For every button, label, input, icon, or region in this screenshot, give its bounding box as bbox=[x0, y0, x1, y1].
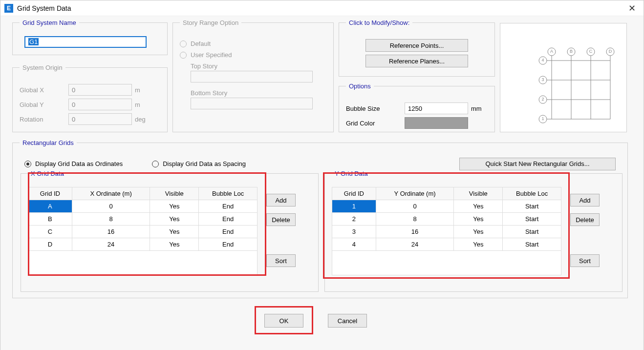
label-global-y: Global Y bbox=[20, 101, 68, 108]
svg-text:4: 4 bbox=[541, 58, 544, 62]
label-default: Default bbox=[191, 40, 211, 47]
label-global-x: Global X bbox=[20, 86, 68, 94]
label-top-story: Top Story bbox=[191, 62, 326, 70]
button-y-sort[interactable]: Sort bbox=[570, 254, 600, 267]
input-global-y bbox=[68, 99, 132, 110]
table-row[interactable]: A0YesEnd bbox=[28, 200, 258, 213]
y-header-id: Grid ID bbox=[332, 187, 376, 200]
label-bottom-story: Bottom Story bbox=[191, 89, 326, 97]
legend-y-grid: Y Grid Data bbox=[332, 170, 371, 177]
x-header-id: Grid ID bbox=[28, 187, 72, 200]
table-row[interactable]: 424YesStart bbox=[332, 238, 561, 251]
label-bubble-size: Bubble Size bbox=[346, 105, 405, 112]
grid-color-swatch[interactable] bbox=[405, 117, 468, 129]
fieldset-rectangular-grids: Rectangular Grids Display Grid Data as O… bbox=[12, 139, 628, 298]
svg-text:D: D bbox=[609, 49, 612, 54]
button-reference-planes[interactable]: Reference Planes... bbox=[365, 55, 468, 67]
table-row[interactable]: C16YesEnd bbox=[28, 226, 258, 238]
label-spacing: Display Grid Data as Spacing bbox=[163, 160, 246, 167]
y-header-ord: Y Ordinate (m) bbox=[376, 187, 454, 200]
y-grid-table[interactable]: Grid ID Y Ordinate (m) Visible Bubble Lo… bbox=[332, 187, 561, 275]
radio-user-specified: User Specified bbox=[180, 51, 326, 59]
unit-rotation: deg bbox=[135, 116, 150, 123]
input-bubble-size[interactable] bbox=[405, 103, 468, 114]
button-x-delete[interactable]: Delete bbox=[266, 213, 296, 226]
unit-global-y: m bbox=[135, 101, 150, 108]
app-icon: E bbox=[4, 4, 13, 13]
fieldset-x-grid: X Grid Data Grid ID X Ordinate (m) Visib… bbox=[21, 170, 319, 292]
fieldset-y-grid: Y Grid Data Grid ID Y Ordinate (m) Visib… bbox=[324, 170, 623, 292]
fieldset-grid-system-name: Grid System Name G1 bbox=[12, 19, 168, 55]
label-user-specified: User Specified bbox=[191, 51, 232, 59]
svg-text:2: 2 bbox=[541, 97, 544, 102]
button-y-add[interactable]: Add bbox=[570, 194, 600, 206]
y-header-bub: Bubble Loc bbox=[503, 187, 561, 200]
legend-click-modify: Click to Modify/Show: bbox=[346, 19, 412, 26]
fieldset-click-modify: Click to Modify/Show: Reference Points..… bbox=[339, 19, 495, 77]
svg-text:C: C bbox=[589, 49, 593, 54]
legend-x-grid: X Grid Data bbox=[28, 170, 67, 177]
input-top-story bbox=[191, 71, 313, 82]
svg-text:B: B bbox=[570, 49, 573, 54]
close-icon[interactable]: ✕ bbox=[624, 1, 640, 16]
fieldset-system-origin: System Origin Global X m Global Y m Rota… bbox=[12, 64, 168, 132]
button-reference-points[interactable]: Reference Points... bbox=[365, 39, 468, 52]
grid-system-name-input[interactable]: G1 bbox=[24, 36, 147, 48]
input-bottom-story bbox=[191, 98, 313, 109]
legend-rectangular-grids: Rectangular Grids bbox=[20, 139, 77, 146]
button-x-sort[interactable]: Sort bbox=[266, 254, 296, 267]
legend-system-origin: System Origin bbox=[20, 64, 65, 71]
unit-bubble-size: mm bbox=[471, 105, 486, 112]
window-title: Grid System Data bbox=[17, 4, 624, 12]
x-grid-table[interactable]: Grid ID X Ordinate (m) Visible Bubble Lo… bbox=[28, 187, 258, 275]
label-rotation: Rotation bbox=[20, 116, 68, 123]
radio-ordinates[interactable]: Display Grid Data as Ordinates bbox=[24, 160, 123, 167]
button-ok[interactable]: OK bbox=[264, 314, 303, 328]
label-grid-color: Grid Color bbox=[346, 120, 405, 127]
radio-spacing[interactable]: Display Grid Data as Spacing bbox=[152, 160, 246, 167]
table-row[interactable]: 28YesStart bbox=[332, 213, 561, 226]
grid-preview: A B C D 4 3 2 1 bbox=[500, 23, 627, 132]
unit-global-x: m bbox=[135, 86, 150, 94]
x-header-ord: X Ordinate (m) bbox=[72, 187, 150, 200]
fieldset-options: Options Bubble Size mm Grid Color bbox=[339, 82, 495, 132]
svg-text:3: 3 bbox=[541, 77, 544, 82]
input-global-x bbox=[68, 84, 132, 96]
button-cancel[interactable]: Cancel bbox=[328, 314, 367, 328]
button-quick-start[interactable]: Quick Start New Rectangular Grids... bbox=[459, 158, 616, 170]
button-x-add[interactable]: Add bbox=[266, 194, 296, 206]
table-row[interactable]: 316YesStart bbox=[332, 226, 561, 238]
x-header-vis: Visible bbox=[150, 187, 199, 200]
legend-grid-system-name: Grid System Name bbox=[20, 19, 79, 26]
y-header-vis: Visible bbox=[454, 187, 503, 200]
table-row[interactable]: B8YesEnd bbox=[28, 213, 258, 226]
input-rotation bbox=[68, 113, 132, 125]
svg-text:A: A bbox=[550, 49, 553, 54]
table-row[interactable]: D24YesEnd bbox=[28, 238, 258, 251]
table-row[interactable]: 10YesStart bbox=[332, 200, 561, 213]
titlebar: E Grid System Data ✕ bbox=[0, 0, 644, 16]
fieldset-story-range: Story Range Option Default User Specifie… bbox=[172, 19, 334, 132]
svg-text:1: 1 bbox=[541, 116, 544, 121]
radio-default: Default bbox=[180, 40, 326, 47]
legend-story-range: Story Range Option bbox=[180, 19, 241, 26]
label-ordinates: Display Grid Data as Ordinates bbox=[35, 160, 123, 167]
grid-system-name-value: G1 bbox=[28, 38, 39, 45]
legend-options: Options bbox=[346, 82, 374, 90]
x-header-bub: Bubble Loc bbox=[199, 187, 258, 200]
button-y-delete[interactable]: Delete bbox=[570, 213, 600, 226]
